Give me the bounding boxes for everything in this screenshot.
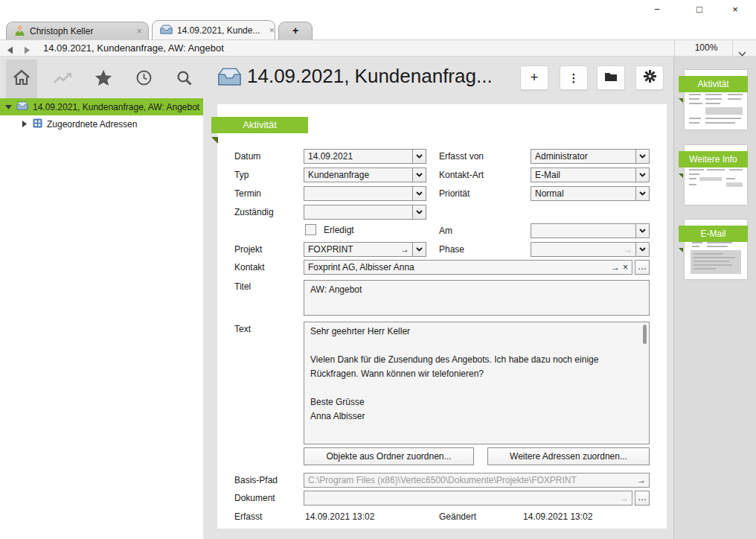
datum-combobox[interactable]: 14.09.2021 xyxy=(304,149,426,164)
erledigt-checkbox[interactable] xyxy=(305,224,316,235)
chevron-down-icon[interactable] xyxy=(635,168,649,182)
kontakt-art-value: E-Mail xyxy=(531,168,635,182)
chevron-down-icon[interactable] xyxy=(412,168,426,182)
field-label-datum: Datum xyxy=(234,149,260,164)
chart-icon[interactable] xyxy=(54,71,73,88)
thumbnail-label: Weitere Info xyxy=(679,151,748,168)
tree-item-label: 14.09.2021, Kundenanfrage, AW: Angebot xyxy=(33,102,199,112)
phase-value xyxy=(531,243,624,256)
kontakt-field[interactable]: Foxprint AG, Albisser Anna → × xyxy=(304,260,632,275)
add-button[interactable]: + xyxy=(520,66,548,90)
kebab-menu-icon: ⋮ xyxy=(568,71,580,85)
page-title: 14.09.2021, Kundenanfrag... xyxy=(247,65,493,88)
dokument-field[interactable]: → xyxy=(304,491,632,505)
tab-activity[interactable]: 14.09.2021, Kunde... × xyxy=(152,20,275,39)
datum-value: 14.09.2021 xyxy=(304,150,412,163)
caret-down-icon[interactable] xyxy=(4,105,12,109)
ribbon-fold xyxy=(679,242,683,255)
close-icon[interactable]: × xyxy=(264,25,275,36)
caret-right-icon[interactable] xyxy=(21,121,28,127)
section-tab-aktivitaet[interactable]: Aktivität xyxy=(211,117,308,133)
zustaendig-combobox[interactable] xyxy=(304,205,426,220)
am-combobox[interactable] xyxy=(531,223,650,238)
field-label-basis-pfad: Basis-Pfad xyxy=(234,473,278,488)
field-label-dokument: Dokument xyxy=(234,491,275,505)
typ-combobox[interactable]: Kundenanfrage xyxy=(304,168,426,182)
envelope-icon xyxy=(16,101,28,112)
projekt-combobox[interactable]: FOXPRINT → xyxy=(304,242,426,257)
more-actions-button[interactable]: ⋮ xyxy=(560,66,588,90)
home-icon[interactable] xyxy=(13,69,31,89)
star-icon[interactable] xyxy=(94,69,112,89)
divider xyxy=(674,40,675,57)
clock-icon[interactable] xyxy=(136,70,152,89)
field-label-am: Am xyxy=(439,223,452,238)
chevron-down-icon[interactable] xyxy=(635,187,649,200)
phase-combobox[interactable]: → xyxy=(531,242,650,257)
folder-button[interactable] xyxy=(597,66,625,90)
dokument-value xyxy=(304,491,620,505)
chevron-down-icon[interactable] xyxy=(635,150,649,163)
activity-detail-card: Aktivität Datum 14.09.2021 Typ Kundenanf… xyxy=(217,104,667,529)
field-label-erfasst-von: Erfasst von xyxy=(439,149,484,164)
window-maximize-button[interactable]: □ xyxy=(687,1,712,18)
chevron-down-icon[interactable] xyxy=(412,205,426,219)
kontakt-art-combobox[interactable]: E-Mail xyxy=(531,168,650,182)
assign-addresses-button[interactable]: Weitere Adressen zuordnen... xyxy=(487,447,650,465)
field-label-projekt: Projekt xyxy=(234,242,262,257)
field-label-kontakt: Kontakt xyxy=(234,260,265,275)
vertec-window: − □ × Christoph Keller × 14.09.2021, Kun… xyxy=(0,0,756,539)
field-label-zustaendig: Zuständig xyxy=(234,205,274,220)
tree-item-assigned-addresses[interactable]: Zugeordnete Adressen xyxy=(0,115,203,133)
kontakt-browse-button[interactable]: … xyxy=(635,260,650,275)
tree-item-activity[interactable]: 14.09.2021, Kundenanfrage, AW: Angebot xyxy=(0,98,203,115)
assign-objects-button[interactable]: Objekte aus Ordner zuordnen... xyxy=(304,447,474,465)
kontakt-value: Foxprint AG, Albisser Anna xyxy=(304,261,611,274)
forward-icon[interactable] xyxy=(24,44,31,57)
clear-icon[interactable]: × xyxy=(623,261,632,274)
settings-button[interactable] xyxy=(635,66,664,90)
chevron-down-icon[interactable] xyxy=(412,243,426,256)
follow-link-arrow-icon[interactable]: → xyxy=(400,243,412,256)
dokument-browse-button[interactable]: … xyxy=(635,491,650,505)
back-icon[interactable] xyxy=(6,44,13,57)
window-minimize-button[interactable]: − xyxy=(644,1,670,18)
folder-icon xyxy=(604,70,618,86)
envelope-icon xyxy=(160,25,173,36)
termin-combobox[interactable] xyxy=(304,186,426,201)
follow-link-arrow-icon[interactable]: → xyxy=(637,473,649,487)
new-tab-button[interactable]: + xyxy=(278,22,313,39)
prioritaet-combobox[interactable]: Normal xyxy=(531,186,650,201)
close-icon[interactable]: × xyxy=(132,25,142,36)
chevron-down-icon[interactable] xyxy=(412,150,426,163)
titel-textbox[interactable]: AW: Angebot xyxy=(304,280,650,316)
projekt-value: FOXPRINT xyxy=(304,243,400,256)
follow-link-arrow-icon[interactable]: → xyxy=(611,261,623,274)
zoom-level[interactable]: 100% xyxy=(683,40,729,57)
text-textbox[interactable]: Sehr geehrter Herr Keller Vielen Dank fü… xyxy=(304,322,650,444)
follow-link-arrow-icon: → xyxy=(620,491,632,505)
chevron-down-icon[interactable] xyxy=(635,243,649,256)
chevron-down-icon[interactable] xyxy=(412,187,426,200)
basis-pfad-field[interactable]: C:\Program Files (x86)\Vertec6500\Dokume… xyxy=(304,473,650,488)
field-label-phase: Phase xyxy=(439,242,464,257)
text-scrollbar[interactable] xyxy=(643,325,647,344)
erfasst-von-combobox[interactable]: Administrator xyxy=(531,149,650,164)
zustaendig-value xyxy=(304,205,412,219)
navigation-bar: 14.09.2021, Kundenanfrage, AW: Angebot 1… xyxy=(0,40,756,57)
breadcrumb: 14.09.2021, Kundenanfrage, AW: Angebot xyxy=(43,40,224,57)
search-icon[interactable] xyxy=(176,70,193,89)
chevron-down-icon[interactable] xyxy=(635,224,649,237)
thumbnail-label: E-Mail xyxy=(679,226,748,242)
field-label-erfasst: Erfasst xyxy=(234,509,262,524)
field-label-typ: Typ xyxy=(234,168,249,182)
erfasst-von-value: Administrator xyxy=(531,150,635,163)
tab-label: Christoph Keller xyxy=(30,26,93,36)
termin-value xyxy=(304,187,412,200)
tab-christoph-keller[interactable]: Christoph Keller × xyxy=(6,22,149,39)
navigation-tree: 14.09.2021, Kundenanfrage, AW: Angebot Z… xyxy=(0,98,203,539)
ribbon-fold xyxy=(679,92,683,106)
window-close-button[interactable]: × xyxy=(723,1,748,18)
window-titlebar: − □ × xyxy=(0,0,756,19)
envelope-icon xyxy=(217,67,242,89)
